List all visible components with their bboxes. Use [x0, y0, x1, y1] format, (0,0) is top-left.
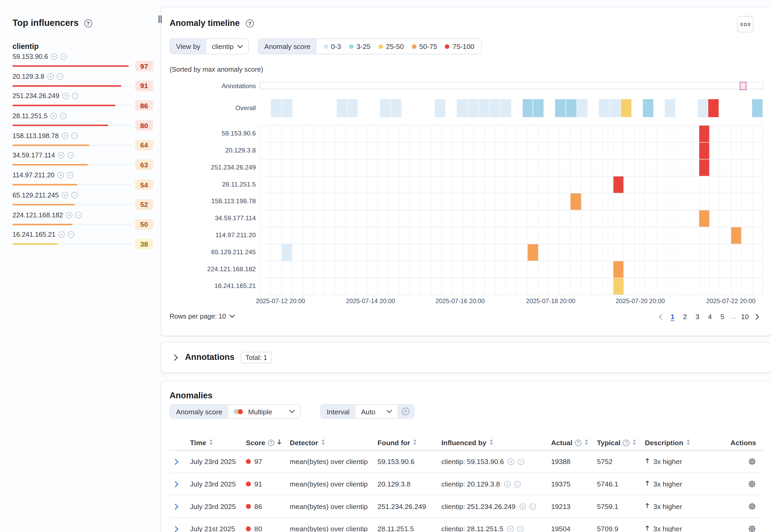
filter-for-icon[interactable]: + [50, 113, 57, 119]
swimlane-cell[interactable] [614, 177, 624, 193]
overall-swimlane-cell[interactable] [555, 99, 566, 117]
swimlane-cell[interactable] [335, 227, 346, 244]
annotation-marker[interactable] [739, 82, 746, 90]
overall-swimlane-cell[interactable] [632, 99, 643, 117]
swimlane-cell[interactable] [656, 227, 667, 244]
column-header-score[interactable]: Score? [246, 435, 281, 450]
swimlane-cell[interactable] [324, 244, 335, 261]
swimlane-cell[interactable] [721, 160, 731, 176]
swimlane-label[interactable]: 251.234.26.249 [161, 159, 256, 176]
swimlane-cell[interactable] [710, 210, 721, 227]
swimlane-cell[interactable] [378, 193, 389, 210]
swimlane-label[interactable]: 28.11.251.5 [161, 176, 256, 193]
swimlane-cell[interactable] [688, 160, 699, 176]
swimlane-cell[interactable] [752, 261, 763, 278]
swimlane-cell[interactable] [624, 244, 635, 261]
swimlane-cell[interactable] [656, 210, 667, 227]
swimlane-cell[interactable] [656, 193, 667, 210]
swimlane-cell[interactable] [667, 126, 678, 142]
swimlane-cell[interactable] [400, 126, 410, 142]
swimlane-cell[interactable] [592, 227, 603, 244]
swimlane-cell[interactable] [571, 210, 581, 227]
swimlane-cell[interactable] [281, 177, 292, 193]
swimlane-cell[interactable] [260, 278, 271, 295]
swimlane-cell[interactable] [721, 244, 731, 261]
swimlane-cell[interactable] [474, 126, 485, 142]
overall-swimlane-cell[interactable] [281, 99, 292, 117]
swimlane-cell[interactable] [400, 160, 410, 176]
swimlane-cell[interactable] [699, 261, 710, 278]
swimlane-cell[interactable] [400, 261, 410, 278]
swimlane-cell[interactable] [485, 143, 496, 159]
pagination-page-1[interactable]: 1 [666, 310, 679, 323]
swimlane-cell[interactable] [752, 244, 763, 261]
swimlane-cell[interactable] [292, 261, 303, 278]
swimlane-cell[interactable] [710, 160, 721, 176]
swimlane-label[interactable]: 114.97.211.20 [161, 227, 256, 244]
swimlane-cell[interactable] [474, 210, 485, 227]
swimlane-cell[interactable] [635, 244, 646, 261]
swimlane-cell[interactable] [496, 244, 507, 261]
swimlane-cell[interactable] [271, 261, 282, 278]
swimlane-cell[interactable] [260, 143, 271, 159]
overall-swimlane-cell[interactable] [369, 99, 380, 117]
overall-swimlane-cell[interactable] [347, 99, 358, 117]
sort-icon[interactable] [686, 438, 691, 447]
swimlane-cell[interactable] [731, 244, 742, 261]
filter-out-icon[interactable]: − [67, 152, 74, 159]
overall-swimlane-cell[interactable] [730, 99, 741, 117]
overall-swimlane-cell[interactable] [468, 99, 479, 117]
annotations-lane[interactable] [260, 82, 763, 89]
swimlane-cell[interactable] [517, 278, 528, 295]
swimlane-cell[interactable] [656, 278, 667, 295]
swimlane-cell[interactable] [324, 278, 335, 295]
row-actions-button[interactable] [748, 495, 756, 517]
swimlane-cell[interactable] [474, 143, 485, 159]
swimlane-cell[interactable] [357, 126, 367, 142]
swimlane-cell[interactable] [581, 160, 592, 176]
swimlane-cell[interactable] [688, 261, 699, 278]
swimlane-cell[interactable] [346, 160, 357, 176]
swimlane-cell[interactable] [324, 126, 335, 142]
filter-for-icon[interactable]: + [47, 73, 54, 80]
filter-for-icon[interactable]: + [66, 212, 72, 218]
swimlane-cell[interactable] [453, 193, 464, 210]
swimlane-cell[interactable] [699, 177, 710, 193]
swimlane-cell[interactable] [314, 126, 324, 142]
swimlane-cell[interactable] [752, 227, 763, 244]
expand-row-button[interactable] [174, 451, 178, 473]
swimlane-cell[interactable] [539, 244, 549, 261]
swimlane-cell[interactable] [485, 177, 496, 193]
swimlane-cell[interactable] [442, 160, 453, 176]
help-icon[interactable]: ? [402, 408, 409, 415]
swimlane-cell[interactable] [592, 261, 603, 278]
swimlane-cell[interactable] [603, 244, 614, 261]
overall-swimlane-cell[interactable] [544, 99, 555, 117]
help-icon[interactable]: ? [246, 19, 253, 27]
swimlane-cell[interactable] [421, 278, 432, 295]
swimlane-cell[interactable] [410, 193, 421, 210]
filter-for-icon[interactable]: + [520, 503, 526, 510]
swimlane-cell[interactable] [517, 160, 528, 176]
swimlane-cell[interactable] [324, 160, 335, 176]
swimlane-cell[interactable] [421, 143, 432, 159]
swimlane-cell[interactable] [645, 143, 656, 159]
swimlane-cell[interactable] [485, 126, 496, 142]
swimlane-cell[interactable] [656, 143, 667, 159]
swimlane-cell[interactable] [603, 261, 614, 278]
swimlane-cell[interactable] [357, 177, 367, 193]
swimlane-cell[interactable] [539, 227, 549, 244]
filter-for-icon[interactable]: + [508, 458, 515, 465]
timeline-menu-button[interactable] [737, 16, 753, 32]
overall-swimlane-cell[interactable] [511, 99, 522, 117]
swimlane-cell[interactable] [752, 143, 763, 159]
swimlane-cell[interactable] [507, 278, 517, 295]
swimlane-cell[interactable] [667, 160, 678, 176]
swimlane-cell[interactable] [367, 227, 378, 244]
rows-per-page-button[interactable]: Rows per page: 10 [170, 313, 235, 320]
swimlane-cell[interactable] [571, 261, 581, 278]
swimlane-cell[interactable] [432, 160, 442, 176]
filter-out-icon[interactable]: − [60, 53, 67, 60]
swimlane-cell[interactable] [432, 193, 442, 210]
swimlane-cell[interactable] [507, 244, 517, 261]
